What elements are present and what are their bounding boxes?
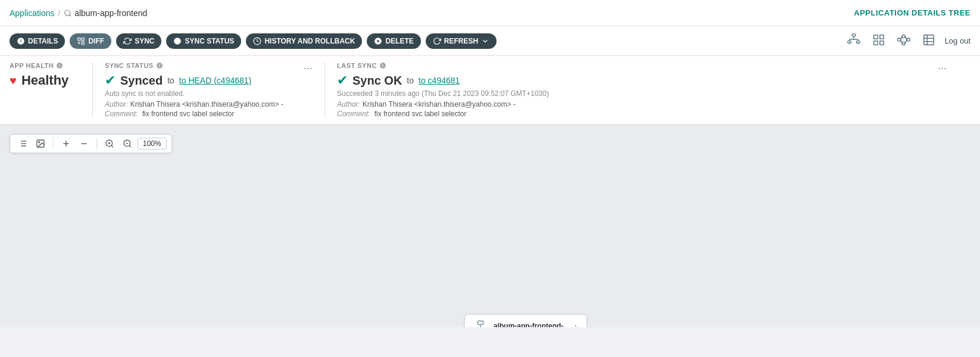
- sync-comment-value: fix frontend svc label selector: [142, 110, 235, 118]
- search-plus-icon: [105, 139, 114, 148]
- sync-author-value: Krishan Thisera <krishan.thisera@yahoo.c…: [130, 100, 283, 108]
- diff-button[interactable]: DIFF: [70, 33, 111, 49]
- info-icon-sync: i: [156, 62, 163, 69]
- logout-button[interactable]: Log out: [945, 36, 970, 45]
- svg-line-1: [70, 14, 71, 16]
- info-icon-health: i: [56, 62, 63, 69]
- network-icon-btn[interactable]: [895, 31, 913, 51]
- list-icon-btn[interactable]: [15, 137, 30, 150]
- commit-link[interactable]: to HEAD (c494681): [179, 76, 251, 85]
- last-sync-more-button[interactable]: ···: [938, 62, 947, 74]
- heart-icon: ♥: [10, 74, 17, 88]
- refresh-button[interactable]: REFRESH: [426, 33, 497, 49]
- toolbar-right-icons: Log out: [845, 31, 970, 51]
- org-chart-icon-btn[interactable]: [845, 31, 863, 51]
- svg-text:i: i: [59, 64, 60, 67]
- svg-text:i: i: [159, 64, 160, 67]
- sync-author-row: Author: Krishan Thisera <krishan.thisera…: [105, 100, 283, 108]
- svg-rect-25: [898, 38, 901, 41]
- svg-rect-15: [848, 41, 851, 44]
- last-comment-row: Comment: fix frontend svc label selector: [337, 110, 549, 118]
- zoom-in-btn[interactable]: [58, 137, 74, 150]
- applications-link[interactable]: Applications: [10, 8, 55, 18]
- arrows-svg: [0, 125, 980, 327]
- svg-point-0: [65, 10, 70, 15]
- app-details-tree-link[interactable]: APPLICATION DETAILS TREE: [854, 8, 970, 17]
- delete-icon: [374, 37, 382, 45]
- last-author-key: Author:: [337, 100, 360, 108]
- last-sync-content: LAST SYNC i ✔ Sync OK to to c494681 Succ…: [337, 62, 549, 118]
- sync-status-section: SYNC STATUS i ✔ Synced to to HEAD (c4946…: [105, 62, 325, 118]
- refresh-icon: [433, 37, 441, 45]
- synced-text: Synced: [120, 74, 163, 88]
- last-commit-link[interactable]: to c494681: [419, 76, 460, 85]
- auto-sync-note: Auto sync is not enabled.: [105, 89, 283, 98]
- org-chart-icon: [847, 33, 860, 46]
- sync-status-value: ✔ Synced to to HEAD (c494681): [105, 73, 283, 88]
- sync-more-button[interactable]: ···: [304, 62, 313, 74]
- succeeded-note: Succeeded 3 minutes ago (Thu Dec 21 2023…: [337, 89, 549, 98]
- ep-icon: [471, 319, 490, 327]
- delete-button[interactable]: DELETE: [367, 33, 420, 49]
- image-icon-btn[interactable]: [33, 137, 48, 150]
- zoom-reset-btn[interactable]: [120, 137, 135, 150]
- chevron-down-icon: [481, 37, 489, 45]
- sync-status-content: SYNC STATUS i ✔ Synced to to HEAD (c4946…: [105, 62, 283, 118]
- ep-node-header: album-app-frontend-frontend ep ⋮: [471, 319, 580, 327]
- diff-icon: [77, 37, 85, 45]
- sync-status-label: SYNC STATUS i: [105, 62, 283, 69]
- svg-point-50: [39, 142, 40, 143]
- ep-node-title: album-app-frontend-frontend: [494, 322, 571, 328]
- last-sync-check-icon: ✔: [337, 73, 348, 88]
- synced-to-text: to: [167, 76, 174, 85]
- app-health-value: ♥ Healthy: [10, 73, 80, 88]
- app-health-section: APP HEALTH i ♥ Healthy: [10, 62, 93, 118]
- table-icon-btn[interactable]: [920, 31, 938, 51]
- svg-line-32: [904, 40, 907, 44]
- canvas-area: 100%: [0, 125, 980, 327]
- status-icon: [173, 37, 182, 45]
- history-icon: [253, 37, 261, 45]
- last-sync-top-row: LAST SYNC i ✔ Sync OK to to c494681 Succ…: [337, 62, 947, 118]
- svg-rect-16: [856, 41, 860, 44]
- history-rollback-button[interactable]: HISTORY AND ROLLBACK: [246, 33, 362, 49]
- app-health-label: APP HEALTH i: [10, 62, 80, 69]
- ep-node[interactable]: album-app-frontend-frontend ep ⋮ 3 minut…: [464, 314, 587, 327]
- sync-icon: [123, 37, 132, 45]
- last-author-row: Author: Krishan Thisera <krishan.thisera…: [337, 100, 549, 108]
- last-sync-value: ✔ Sync OK to to c494681: [337, 73, 549, 88]
- toolbar: i DETAILS DIFF SYNC SYNC STATUS HISTORY …: [0, 26, 980, 56]
- zoom-out-btn[interactable]: [76, 137, 92, 150]
- list-icon: [18, 139, 27, 148]
- ep-node-menu[interactable]: ⋮: [571, 324, 580, 328]
- breadcrumb-sep: /: [58, 8, 61, 17]
- status-panel: APP HEALTH i ♥ Healthy SYNC STATUS i ✔ S…: [0, 56, 980, 125]
- svg-line-30: [900, 40, 902, 44]
- svg-rect-33: [923, 35, 934, 45]
- details-button[interactable]: i DETAILS: [10, 33, 65, 49]
- svg-rect-5: [82, 38, 85, 40]
- svg-line-59: [129, 145, 131, 147]
- svg-rect-14: [852, 34, 856, 36]
- graph-canvas: album-app-frontend ♥ ✔ ⋮ 5 minutes: [0, 125, 980, 327]
- zoom-fit-btn[interactable]: [102, 137, 117, 150]
- sync-status-button[interactable]: SYNC STATUS: [166, 33, 241, 49]
- svg-line-55: [111, 145, 113, 147]
- top-nav: Applications / album-app-frontend APPLIC…: [0, 0, 980, 26]
- app-name-breadcrumb: album-app-frontend: [74, 8, 147, 18]
- last-sync-section: LAST SYNC i ✔ Sync OK to to c494681 Succ…: [337, 62, 959, 118]
- healthy-text: Healthy: [21, 73, 68, 88]
- svg-rect-69: [478, 321, 483, 325]
- svg-point-9: [174, 38, 182, 45]
- sync-check-icon: ✔: [105, 73, 116, 88]
- grid-icon-btn[interactable]: [870, 31, 888, 51]
- sync-status-top-row: SYNC STATUS i ✔ Synced to to HEAD (c4946…: [105, 62, 313, 118]
- svg-rect-21: [873, 35, 877, 39]
- ep-nodes-icon: [472, 320, 489, 327]
- svg-rect-23: [873, 41, 877, 45]
- svg-text:i: i: [382, 64, 383, 67]
- network-icon: [897, 33, 910, 46]
- sync-button[interactable]: SYNC: [116, 33, 161, 49]
- svg-rect-6: [82, 42, 85, 44]
- last-comment-value: fix frontend svc label selector: [374, 110, 467, 118]
